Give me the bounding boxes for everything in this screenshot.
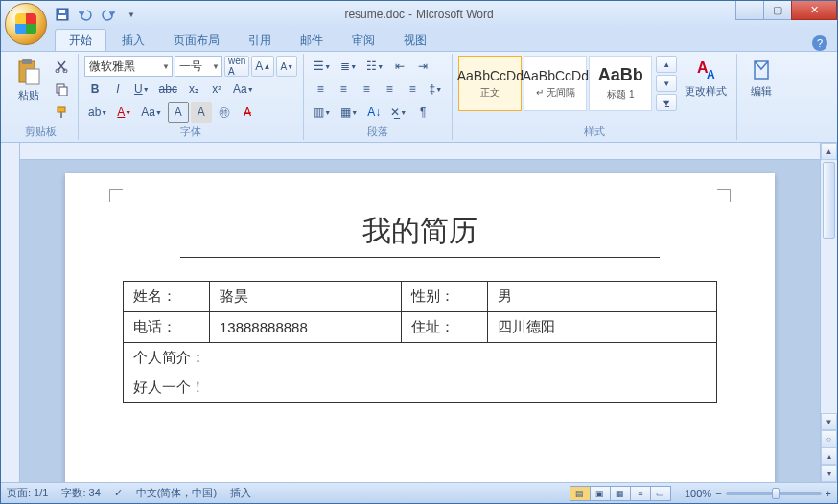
maximize-button[interactable]: ▢ xyxy=(763,1,792,20)
enclose-characters-icon[interactable]: ㊕ xyxy=(214,102,235,123)
show-marks-icon[interactable]: ¶ xyxy=(412,102,433,123)
cut-icon[interactable] xyxy=(51,56,72,77)
italic-icon[interactable]: I xyxy=(107,79,128,100)
scroll-track[interactable] xyxy=(821,160,837,413)
zoom-out-icon[interactable]: − xyxy=(715,488,721,499)
underline-icon[interactable]: U▼ xyxy=(130,79,153,100)
zoom-slider[interactable] xyxy=(726,492,822,495)
status-proofing-icon[interactable]: ✓ xyxy=(114,487,123,499)
vertical-ruler[interactable] xyxy=(1,143,20,482)
character-border-icon[interactable]: A xyxy=(168,102,189,123)
shading-icon[interactable]: ▥▼ xyxy=(310,102,335,123)
highlight-icon[interactable]: ab▼ xyxy=(84,102,111,123)
tab-insert[interactable]: 插入 xyxy=(108,30,158,51)
line-spacing-icon[interactable]: ‡▼ xyxy=(425,79,446,100)
view-outline-icon[interactable]: ≡ xyxy=(630,486,651,501)
clear-formatting-icon[interactable]: A̶ xyxy=(237,102,258,123)
style-normal[interactable]: AaBbCcDd正文 xyxy=(458,56,522,111)
zoom-in-icon[interactable]: + xyxy=(826,488,831,499)
increase-indent-icon[interactable]: ⇥ xyxy=(412,56,433,77)
multilevel-list-icon[interactable]: ☷▼ xyxy=(362,56,387,77)
status-language[interactable]: 中文(简体，中国) xyxy=(136,486,217,500)
office-button[interactable] xyxy=(5,3,47,45)
cell-label[interactable]: 姓名： xyxy=(124,282,210,312)
character-scaling-icon[interactable]: Aa▼ xyxy=(137,102,166,123)
shrink-font-icon[interactable]: A▼ xyxy=(276,56,297,77)
style-scroll-up-icon[interactable]: ▲ xyxy=(656,56,677,73)
scroll-down-icon[interactable]: ▼ xyxy=(821,413,837,430)
decrease-indent-icon[interactable]: ⇤ xyxy=(389,56,410,77)
tab-view[interactable]: 视图 xyxy=(390,30,440,51)
document-page[interactable]: 我的简历 姓名： 骆昊 性别： 男 电话： 13888888888 住址： xyxy=(65,173,775,482)
distributed-icon[interactable]: ≡ xyxy=(402,79,423,100)
phonetic-guide-icon[interactable]: wénA xyxy=(224,56,249,77)
help-icon[interactable]: ? xyxy=(812,35,827,51)
horizontal-ruler[interactable] xyxy=(20,143,820,160)
cell-value[interactable]: 四川德阳 xyxy=(488,312,717,343)
next-page-icon[interactable]: ▾ xyxy=(821,465,837,482)
tab-home[interactable]: 开始 xyxy=(55,29,106,51)
save-icon[interactable] xyxy=(53,5,72,24)
copy-icon[interactable] xyxy=(51,79,72,100)
resume-title[interactable]: 我的简历 xyxy=(180,212,660,258)
zoom-level[interactable]: 100% xyxy=(685,488,711,499)
cell-label[interactable]: 住址： xyxy=(402,312,488,343)
zoom-thumb[interactable] xyxy=(772,488,780,499)
minimize-button[interactable]: ─ xyxy=(735,1,764,20)
tab-references[interactable]: 引用 xyxy=(235,30,285,51)
redo-icon[interactable] xyxy=(99,5,118,24)
style-gallery[interactable]: AaBbCcDd正文 AaBbCcDd↵ 无间隔 AaBb标题 1 ▲ ▼ ▼̲ xyxy=(458,56,677,111)
numbering-icon[interactable]: ≣▼ xyxy=(337,56,361,77)
tab-mailings[interactable]: 邮件 xyxy=(287,30,337,51)
status-page[interactable]: 页面: 1/1 xyxy=(7,486,48,500)
format-painter-icon[interactable] xyxy=(51,102,72,123)
cell-intro[interactable]: 个人简介： xyxy=(124,343,717,374)
cell-label[interactable]: 性别： xyxy=(402,282,488,312)
undo-icon[interactable] xyxy=(76,5,95,24)
cell-value[interactable]: 骆昊 xyxy=(210,282,402,312)
prev-page-icon[interactable]: ▴ xyxy=(821,447,837,465)
cell-intro-text[interactable]: 好人一个！ xyxy=(124,373,717,403)
view-web-icon[interactable]: ▦ xyxy=(610,486,631,501)
align-left-icon[interactable]: ≡ xyxy=(310,79,331,100)
cell-label[interactable]: 电话： xyxy=(124,312,210,343)
borders-icon[interactable]: ▦▼ xyxy=(337,102,361,123)
grow-font-icon[interactable]: A▲ xyxy=(251,56,274,77)
bold-icon[interactable]: B xyxy=(84,79,105,100)
view-draft-icon[interactable]: ▭ xyxy=(650,486,671,501)
status-words[interactable]: 字数: 34 xyxy=(61,486,100,500)
style-scroll-down-icon[interactable]: ▼ xyxy=(656,75,677,92)
subscript-icon[interactable]: x₂ xyxy=(183,79,204,100)
qat-dropdown-icon[interactable]: ▼ xyxy=(122,5,141,24)
close-button[interactable]: ✕ xyxy=(791,1,837,20)
scroll-up-icon[interactable]: ▲ xyxy=(821,143,837,160)
strikethrough-icon[interactable]: abc xyxy=(155,79,181,100)
text-direction-icon[interactable]: ✕̲▼ xyxy=(386,102,410,123)
editing-button[interactable]: 编辑 xyxy=(743,56,780,101)
tab-layout[interactable]: 页面布局 xyxy=(160,30,233,51)
view-print-layout-icon[interactable]: ▤ xyxy=(570,486,591,501)
bullets-icon[interactable]: ☰▼ xyxy=(310,56,335,77)
scroll-thumb[interactable] xyxy=(823,162,835,239)
align-right-icon[interactable]: ≡ xyxy=(356,79,377,100)
paste-button[interactable]: 粘贴 xyxy=(9,56,49,104)
font-color-icon[interactable]: A▼ xyxy=(113,102,135,123)
style-nospacing[interactable]: AaBbCcDd↵ 无间隔 xyxy=(524,56,587,111)
tab-review[interactable]: 审阅 xyxy=(338,30,388,51)
status-mode[interactable]: 插入 xyxy=(230,486,251,500)
view-fullscreen-icon[interactable]: ▣ xyxy=(590,486,611,501)
cell-value[interactable]: 男 xyxy=(488,282,717,312)
change-case-icon[interactable]: Aa▼ xyxy=(229,79,258,100)
align-center-icon[interactable]: ≡ xyxy=(333,79,354,100)
font-family-combo[interactable]: 微软雅黑▼ xyxy=(84,56,173,77)
superscript-icon[interactable]: x² xyxy=(206,79,227,100)
page-scroll[interactable]: 我的简历 姓名： 骆昊 性别： 男 电话： 13888888888 住址： xyxy=(20,160,820,482)
character-shading-icon[interactable]: A xyxy=(191,102,212,123)
change-styles-button[interactable]: AA 更改样式 xyxy=(681,56,731,101)
resume-table[interactable]: 姓名： 骆昊 性别： 男 电话： 13888888888 住址： 四川德阳 xyxy=(123,281,717,403)
vertical-scrollbar[interactable]: ▲ ▼ ○ ▴ ▾ xyxy=(820,143,837,482)
font-size-combo[interactable]: 一号▼ xyxy=(175,56,222,77)
browse-object-icon[interactable]: ○ xyxy=(821,430,837,447)
sort-icon[interactable]: A↓ xyxy=(363,102,384,123)
cell-value[interactable]: 13888888888 xyxy=(210,312,402,343)
